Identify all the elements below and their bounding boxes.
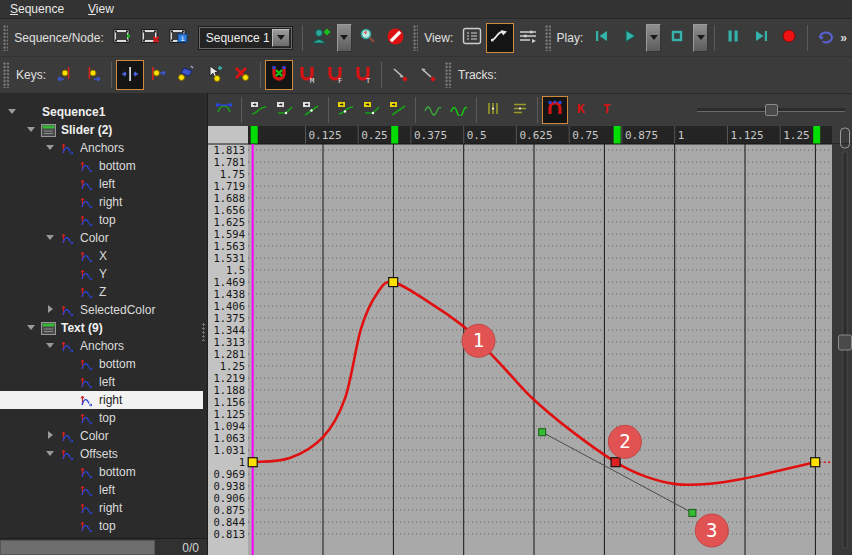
- ruler-key-marker[interactable]: [614, 126, 621, 144]
- ruler-key-marker[interactable]: [813, 126, 820, 144]
- pause-button[interactable]: [719, 23, 747, 53]
- stop-button[interactable]: [663, 23, 691, 53]
- tree-item-offsets[interactable]: Offsets: [0, 445, 203, 463]
- tree-item-color[interactable]: Color: [0, 229, 203, 247]
- expander-icon[interactable]: [8, 107, 18, 117]
- tree-item-y[interactable]: Y: [0, 265, 203, 283]
- add-node-button[interactable]: [307, 23, 335, 53]
- tree-item-left[interactable]: left: [0, 481, 203, 499]
- toolbar-grip[interactable]: [545, 25, 550, 51]
- tree-item-bottom[interactable]: bottom: [0, 355, 203, 373]
- expander-icon[interactable]: [46, 233, 56, 243]
- keyframe[interactable]: [811, 458, 820, 467]
- clear-node-button[interactable]: [382, 23, 410, 53]
- tree-item-text-9-[interactable]: Text (9): [0, 319, 203, 337]
- pre-infinity-button[interactable]: [420, 96, 446, 124]
- pick-node-button[interactable]: [354, 23, 382, 53]
- tree-item-left[interactable]: left: [0, 175, 203, 193]
- record-button[interactable]: [775, 23, 803, 53]
- keyframe[interactable]: [248, 458, 257, 467]
- snap-time-button[interactable]: T: [349, 60, 377, 90]
- expander-icon[interactable]: [46, 341, 56, 351]
- tangent-handle[interactable]: [539, 429, 546, 436]
- vslider-thumb[interactable]: [839, 335, 852, 350]
- tree-item-z[interactable]: Z: [0, 283, 203, 301]
- snap-curve-button[interactable]: [542, 96, 568, 124]
- menu-sequence[interactable]: Sequence: [0, 1, 74, 17]
- tree-item-bottom[interactable]: bottom: [0, 463, 203, 481]
- view-curves-button[interactable]: [486, 23, 514, 53]
- sequence-combobox[interactable]: Sequence 1: [199, 27, 292, 49]
- combobox-dropdown-icon[interactable]: [272, 29, 290, 47]
- key-corner-button[interactable]: [359, 96, 385, 124]
- auto-tangent-button[interactable]: [246, 96, 272, 124]
- show-tangents-button[interactable]: [211, 96, 237, 124]
- key-linear-button[interactable]: [385, 96, 411, 124]
- tree-item-x[interactable]: X: [0, 247, 203, 265]
- expander-icon[interactable]: [27, 125, 37, 135]
- tree-item-right[interactable]: right: [0, 391, 203, 409]
- fit-vertical-button[interactable]: [507, 96, 533, 124]
- toolbar-overflow-button[interactable]: »: [840, 31, 846, 45]
- smooth-tangent-button[interactable]: [272, 96, 298, 124]
- ease-in-button[interactable]: [386, 60, 414, 90]
- skip-end-button[interactable]: [747, 23, 775, 53]
- curve-editor-canvas[interactable]: 0.1250.250.3750.50.6250.750.87511.1251.2…: [208, 126, 852, 555]
- add-sequence-button[interactable]: [109, 23, 137, 53]
- view-list-button[interactable]: [458, 23, 486, 53]
- tree-item-bottom[interactable]: bottom: [0, 157, 203, 175]
- hslider-thumb[interactable]: [765, 104, 778, 116]
- key-ease-button[interactable]: [333, 96, 359, 124]
- next-key-button[interactable]: [79, 60, 107, 90]
- add-key-button[interactable]: [116, 60, 144, 90]
- expander-icon[interactable]: [46, 143, 56, 153]
- play-dropdown-button[interactable]: [646, 24, 661, 52]
- post-infinity-button[interactable]: [446, 96, 472, 124]
- tree-item-anchors[interactable]: Anchors: [0, 139, 203, 157]
- sequence-info-button[interactable]: i: [165, 23, 193, 53]
- key-brush-button[interactable]: [172, 60, 200, 90]
- ruler-key-marker[interactable]: [251, 126, 258, 144]
- delete-key-button[interactable]: [228, 60, 256, 90]
- tree-item-sequence1[interactable]: Sequence1: [0, 103, 203, 121]
- plot-area[interactable]: [248, 144, 832, 555]
- show-tangents-t-button[interactable]: T: [594, 96, 620, 124]
- select-add-key-button[interactable]: [200, 60, 228, 90]
- stop-dropdown-button[interactable]: [693, 24, 708, 52]
- toolbar-grip[interactable]: [3, 62, 10, 88]
- delete-sequence-button[interactable]: [137, 23, 165, 53]
- toolbar-grip[interactable]: [445, 62, 452, 88]
- tree-item-anchors[interactable]: Anchors: [0, 337, 203, 355]
- ease-out-button[interactable]: [414, 60, 442, 90]
- ruler-key-marker[interactable]: [391, 126, 398, 144]
- view-dopesheet-button[interactable]: [514, 23, 542, 53]
- tree-item-top[interactable]: top: [0, 409, 203, 427]
- snap-off-button[interactable]: [265, 60, 293, 90]
- expander-icon[interactable]: [46, 431, 56, 441]
- skip-start-button[interactable]: [588, 23, 616, 53]
- set-key-button[interactable]: [144, 60, 172, 90]
- expander-icon[interactable]: [46, 305, 56, 315]
- expander-icon[interactable]: [46, 449, 56, 459]
- tree-scrollbar[interactable]: [202, 323, 206, 341]
- expander-icon[interactable]: [27, 323, 37, 333]
- keyframe-selected[interactable]: [611, 458, 620, 467]
- fit-horizontal-button[interactable]: [481, 96, 507, 124]
- tree-item-right[interactable]: right: [0, 193, 203, 211]
- snap-frames-button[interactable]: F: [321, 60, 349, 90]
- tree-item-top[interactable]: top: [0, 517, 203, 535]
- menu-view[interactable]: View: [78, 1, 124, 17]
- linear-tangent-button[interactable]: [298, 96, 324, 124]
- tree-item-right[interactable]: right: [0, 499, 203, 517]
- loop-button[interactable]: [812, 23, 840, 53]
- tree-item-selectedcolor[interactable]: SelectedColor: [0, 301, 203, 319]
- tree-item-top[interactable]: top: [0, 211, 203, 229]
- toolbar-grip[interactable]: [3, 25, 8, 51]
- snap-markers-button[interactable]: M: [293, 60, 321, 90]
- show-keys-button[interactable]: K: [568, 96, 594, 124]
- node-dropdown-button[interactable]: [337, 24, 352, 52]
- horizontal-zoom-slider[interactable]: [697, 104, 845, 116]
- play-button[interactable]: [616, 23, 644, 53]
- tree-item-slider-2-[interactable]: Slider (2): [0, 121, 203, 139]
- tree-item-left[interactable]: left: [0, 373, 203, 391]
